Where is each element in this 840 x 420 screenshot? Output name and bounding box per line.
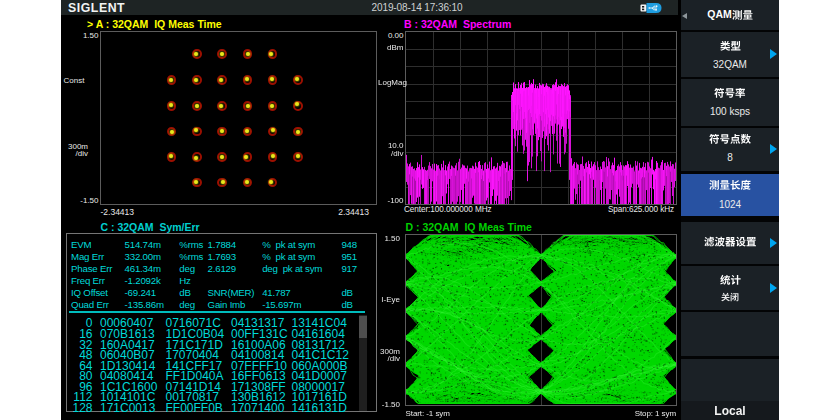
constellation-point bbox=[243, 127, 253, 137]
symerr-cell: deg bbox=[179, 299, 195, 310]
constellation-dot bbox=[194, 180, 198, 184]
softkey-label bbox=[681, 274, 779, 287]
constellation-dot bbox=[296, 130, 300, 134]
constellation-dot bbox=[245, 180, 249, 184]
softkey-3[interactable]: 8 bbox=[681, 128, 779, 171]
constellation-point bbox=[243, 152, 253, 162]
softkey-6[interactable] bbox=[681, 266, 779, 310]
a-xmax: 2.34413 bbox=[309, 209, 369, 216]
spectrum-trace bbox=[406, 32, 676, 204]
constellation-point bbox=[243, 75, 253, 85]
constellation-dot bbox=[270, 104, 274, 108]
trace-b-title[interactable]: B : 32QAM Spectrum bbox=[404, 18, 511, 30]
constellation-dot bbox=[194, 52, 198, 56]
b-ref-level: 0.00 bbox=[374, 32, 404, 39]
softkey-label bbox=[681, 133, 779, 146]
cjk-text bbox=[720, 274, 741, 287]
softkey-label bbox=[681, 87, 779, 100]
eye-diagram-plot bbox=[405, 234, 677, 406]
constellation-point bbox=[243, 101, 253, 111]
symerr-row: Phase Err461.34mdeg2.6129deg pk at sym91… bbox=[67, 263, 376, 275]
constellation-dot bbox=[170, 130, 174, 134]
scrollbar-thumb[interactable] bbox=[359, 316, 367, 338]
cjk-text bbox=[709, 133, 751, 146]
constellation-point bbox=[243, 49, 253, 59]
constellation-point bbox=[293, 101, 303, 111]
constellation-dot bbox=[295, 102, 299, 106]
constellation-dot bbox=[270, 77, 274, 81]
constellation-dot bbox=[220, 52, 224, 56]
constellation-point bbox=[268, 178, 278, 188]
symerr-cell: 917 bbox=[341, 263, 357, 274]
constellation-dot bbox=[194, 128, 198, 132]
symerr-row: Freq Err-1.2092kHz bbox=[67, 275, 376, 287]
constellation-point bbox=[217, 49, 227, 59]
constellation-point bbox=[167, 127, 177, 137]
constellation-point bbox=[192, 49, 202, 59]
constellation-dot bbox=[295, 77, 299, 81]
softkey-1[interactable]: 32QAM bbox=[681, 32, 779, 77]
softkey-value: 32QAM bbox=[681, 59, 779, 70]
constellation-dot bbox=[269, 52, 273, 56]
constellation-dot bbox=[246, 104, 250, 108]
symerr-cell: 41.787 bbox=[262, 287, 290, 298]
softkey-5[interactable] bbox=[681, 222, 779, 265]
symerr-panel: EVM514.74m%rms1.7884% pk at sym948Mag Er… bbox=[66, 233, 377, 412]
softkey-value: 8 bbox=[681, 152, 779, 163]
constellation-dot bbox=[271, 128, 275, 132]
symerr-row: Quad Err-135.86mdegGain Imb-15.697mdB bbox=[67, 299, 376, 311]
symerr-cell: deg pk at sym bbox=[262, 263, 322, 274]
symerr-cell: EVM bbox=[71, 239, 91, 250]
symerr-cell: % pk at sym bbox=[262, 239, 315, 250]
symerr-cell: Mag Err bbox=[71, 251, 104, 262]
constellation-dot bbox=[245, 77, 249, 81]
symerr-row: EVM514.74m%rms1.7884% pk at sym948 bbox=[67, 239, 376, 251]
d-ref-level: 1.50 bbox=[371, 235, 401, 242]
softkey-value bbox=[681, 292, 779, 303]
constellation-point bbox=[217, 127, 227, 137]
constellation-point bbox=[293, 152, 303, 162]
a-ref-level: 1.50 bbox=[69, 32, 99, 39]
local-button[interactable]: Local bbox=[681, 401, 779, 420]
a-axis-name: Const bbox=[64, 77, 85, 84]
b-center-freq: Center:100.000000 MHz bbox=[404, 205, 492, 214]
b-bottom-level: -100 bbox=[374, 197, 404, 204]
trace-a-title[interactable]: > A : 32QAM IQ Meas Time bbox=[87, 18, 222, 30]
constellation-dot bbox=[220, 129, 224, 133]
symbol-table-scrollbar[interactable] bbox=[359, 315, 368, 411]
symerr-cell: 2.6129 bbox=[208, 263, 236, 274]
constellation-point bbox=[268, 49, 278, 59]
constellation-point bbox=[192, 178, 202, 188]
usb-device-icon bbox=[640, 2, 662, 14]
trace-c-title[interactable]: C : 32QAM Sym/Err bbox=[101, 221, 200, 233]
symerr-row: Mag Err332.00m%rms1.7693% pk at sym951 bbox=[67, 251, 376, 263]
constellation-point bbox=[167, 75, 177, 85]
softkey-empty bbox=[681, 359, 779, 401]
siglent-logo: SIGLENT bbox=[68, 1, 125, 15]
symerr-cell: -1.2092k bbox=[125, 275, 161, 286]
symerr-cell: %rms bbox=[179, 239, 203, 250]
menu-back-icon[interactable] bbox=[682, 13, 687, 19]
constellation-dot bbox=[219, 104, 223, 108]
symerr-cell: Quad Err bbox=[71, 299, 109, 310]
softkey-2[interactable]: 100 ksps bbox=[681, 79, 779, 126]
softkey-4[interactable]: 1024 bbox=[681, 174, 779, 216]
hex-group: 1416131D bbox=[292, 403, 347, 414]
top-status-bar: SIGLENT 2019-08-14 17:36:10 bbox=[61, 0, 678, 15]
softkey-value: 100 ksps bbox=[681, 106, 779, 117]
hex-group: 17071400 bbox=[231, 403, 284, 414]
constellation-point bbox=[192, 75, 202, 85]
b-span: Span:625.000 kHz bbox=[608, 205, 674, 214]
trace-d-title[interactable]: D : 32QAM IQ Meas Time bbox=[406, 221, 532, 233]
constellation-dot bbox=[221, 180, 225, 184]
symerr-cell: %rms bbox=[179, 251, 203, 262]
datetime-display: 2019-08-14 17:36:10 bbox=[372, 2, 463, 13]
constellation-point bbox=[268, 101, 278, 111]
constellation-plot bbox=[100, 31, 377, 205]
cjk-text bbox=[720, 40, 741, 53]
constellation-point bbox=[217, 75, 227, 85]
constellation-dot bbox=[244, 155, 248, 159]
symerr-cell: Gain Imb bbox=[208, 299, 246, 310]
constellation-point bbox=[167, 101, 177, 111]
constellation-dot bbox=[219, 78, 223, 82]
